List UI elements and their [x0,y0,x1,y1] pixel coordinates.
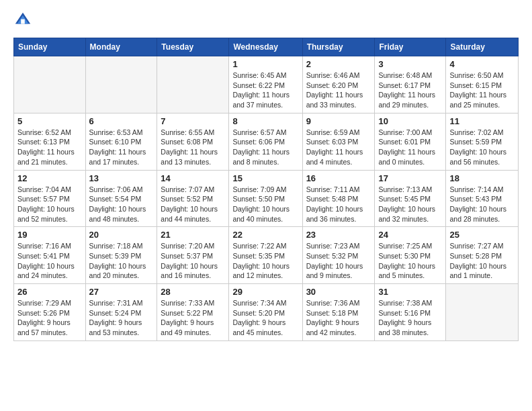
calendar-cell: 13Sunrise: 7:06 AM Sunset: 5:54 PM Dayli… [85,170,157,227]
day-number: 21 [161,230,225,240]
day-info: Sunrise: 7:23 AM Sunset: 5:32 PM Dayligh… [306,241,371,281]
day-info: Sunrise: 6:45 AM Sunset: 6:22 PM Dayligh… [232,71,298,110]
calendar-week-row: 26Sunrise: 7:29 AM Sunset: 5:26 PM Dayli… [14,284,519,341]
calendar-cell: 7Sunrise: 6:55 AM Sunset: 6:08 PM Daylig… [157,113,229,170]
day-number: 20 [89,230,154,240]
calendar-week-row: 5Sunrise: 6:52 AM Sunset: 6:13 PM Daylig… [14,113,519,170]
day-info: Sunrise: 7:11 AM Sunset: 5:48 PM Dayligh… [306,185,371,224]
day-number: 10 [378,116,442,126]
weekday-header-tuesday: Tuesday [157,38,229,56]
day-number: 8 [232,116,298,126]
day-number: 6 [89,116,154,126]
page: SundayMondayTuesdayWednesdayThursdayFrid… [0,0,532,352]
day-info: Sunrise: 7:29 AM Sunset: 5:26 PM Dayligh… [17,298,82,338]
calendar-cell: 18Sunrise: 7:14 AM Sunset: 5:43 PM Dayli… [446,170,519,227]
weekday-header-monday: Monday [85,38,157,56]
day-info: Sunrise: 7:38 AM Sunset: 5:16 PM Dayligh… [378,298,442,338]
day-info: Sunrise: 7:14 AM Sunset: 5:43 PM Dayligh… [449,185,515,224]
day-info: Sunrise: 7:13 AM Sunset: 5:45 PM Dayligh… [378,185,442,224]
day-info: Sunrise: 7:22 AM Sunset: 5:35 PM Dayligh… [232,241,298,281]
day-number: 24 [378,230,442,240]
calendar-cell: 30Sunrise: 7:36 AM Sunset: 5:18 PM Dayli… [302,284,375,341]
calendar-cell: 1Sunrise: 6:45 AM Sunset: 6:22 PM Daylig… [229,56,302,113]
calendar-cell [157,56,229,113]
day-number: 13 [89,173,154,183]
calendar-cell: 29Sunrise: 7:34 AM Sunset: 5:20 PM Dayli… [229,284,302,341]
day-info: Sunrise: 7:07 AM Sunset: 5:52 PM Dayligh… [161,185,225,224]
day-number: 23 [306,230,371,240]
calendar-cell: 17Sunrise: 7:13 AM Sunset: 5:45 PM Dayli… [375,170,446,227]
day-number: 3 [378,59,442,69]
calendar-cell: 23Sunrise: 7:23 AM Sunset: 5:32 PM Dayli… [302,227,375,284]
day-info: Sunrise: 7:25 AM Sunset: 5:30 PM Dayligh… [378,241,442,281]
day-info: Sunrise: 6:50 AM Sunset: 6:15 PM Dayligh… [449,71,515,110]
day-info: Sunrise: 6:55 AM Sunset: 6:08 PM Dayligh… [161,128,225,167]
day-info: Sunrise: 7:20 AM Sunset: 5:37 PM Dayligh… [161,241,225,281]
calendar-cell: 12Sunrise: 7:04 AM Sunset: 5:57 PM Dayli… [14,170,86,227]
day-info: Sunrise: 7:09 AM Sunset: 5:50 PM Dayligh… [232,185,298,224]
weekday-header-friday: Friday [375,38,446,56]
day-number: 27 [89,287,154,297]
calendar-table: SundayMondayTuesdayWednesdayThursdayFrid… [13,38,519,341]
calendar-cell: 2Sunrise: 6:46 AM Sunset: 6:20 PM Daylig… [302,56,375,113]
calendar-cell [14,56,86,113]
calendar-cell: 28Sunrise: 7:33 AM Sunset: 5:22 PM Dayli… [157,284,229,341]
calendar-cell: 20Sunrise: 7:18 AM Sunset: 5:39 PM Dayli… [85,227,157,284]
calendar-cell: 31Sunrise: 7:38 AM Sunset: 5:16 PM Dayli… [375,284,446,341]
calendar-cell [85,56,157,113]
day-info: Sunrise: 7:31 AM Sunset: 5:24 PM Dayligh… [89,298,154,338]
weekday-header-thursday: Thursday [302,38,375,56]
calendar-cell: 19Sunrise: 7:16 AM Sunset: 5:41 PM Dayli… [14,227,86,284]
calendar-cell: 6Sunrise: 6:53 AM Sunset: 6:10 PM Daylig… [85,113,157,170]
day-number: 2 [306,59,371,69]
day-number: 5 [17,116,82,126]
calendar-cell: 26Sunrise: 7:29 AM Sunset: 5:26 PM Dayli… [14,284,86,341]
day-number: 31 [378,287,442,297]
calendar-cell: 4Sunrise: 6:50 AM Sunset: 6:15 PM Daylig… [446,56,519,113]
day-info: Sunrise: 7:18 AM Sunset: 5:39 PM Dayligh… [89,241,154,281]
day-number: 30 [306,287,371,297]
day-number: 15 [232,173,298,183]
svg-rect-2 [21,19,25,24]
weekday-header-wednesday: Wednesday [229,38,302,56]
calendar-cell: 27Sunrise: 7:31 AM Sunset: 5:24 PM Dayli… [85,284,157,341]
logo-icon [13,11,32,30]
day-info: Sunrise: 7:34 AM Sunset: 5:20 PM Dayligh… [232,298,298,338]
day-info: Sunrise: 7:16 AM Sunset: 5:41 PM Dayligh… [17,241,82,281]
day-number: 25 [449,230,515,240]
calendar-cell: 21Sunrise: 7:20 AM Sunset: 5:37 PM Dayli… [157,227,229,284]
day-number: 29 [232,287,298,297]
day-info: Sunrise: 7:27 AM Sunset: 5:28 PM Dayligh… [449,241,515,281]
day-info: Sunrise: 7:02 AM Sunset: 5:59 PM Dayligh… [449,128,515,167]
day-info: Sunrise: 7:33 AM Sunset: 5:22 PM Dayligh… [161,298,225,338]
calendar-cell: 3Sunrise: 6:48 AM Sunset: 6:17 PM Daylig… [375,56,446,113]
day-number: 17 [378,173,442,183]
weekday-header-sunday: Sunday [14,38,86,56]
day-number: 1 [232,59,298,69]
day-number: 19 [17,230,82,240]
day-number: 22 [232,230,298,240]
calendar-cell: 15Sunrise: 7:09 AM Sunset: 5:50 PM Dayli… [229,170,302,227]
day-number: 11 [449,116,515,126]
day-number: 16 [306,173,371,183]
day-info: Sunrise: 7:36 AM Sunset: 5:18 PM Dayligh… [306,298,371,338]
day-number: 7 [161,116,225,126]
day-info: Sunrise: 6:53 AM Sunset: 6:10 PM Dayligh… [89,128,154,167]
day-info: Sunrise: 6:46 AM Sunset: 6:20 PM Dayligh… [306,71,371,110]
day-info: Sunrise: 7:04 AM Sunset: 5:57 PM Dayligh… [17,185,82,224]
day-number: 18 [449,173,515,183]
day-info: Sunrise: 6:59 AM Sunset: 6:03 PM Dayligh… [306,128,371,167]
calendar-cell: 14Sunrise: 7:07 AM Sunset: 5:52 PM Dayli… [157,170,229,227]
weekday-header-row: SundayMondayTuesdayWednesdayThursdayFrid… [14,38,519,56]
logo [13,11,35,30]
calendar-cell: 24Sunrise: 7:25 AM Sunset: 5:30 PM Dayli… [375,227,446,284]
calendar-week-row: 1Sunrise: 6:45 AM Sunset: 6:22 PM Daylig… [14,56,519,113]
day-number: 4 [449,59,515,69]
calendar-cell: 16Sunrise: 7:11 AM Sunset: 5:48 PM Dayli… [302,170,375,227]
calendar-cell: 11Sunrise: 7:02 AM Sunset: 5:59 PM Dayli… [446,113,519,170]
day-number: 26 [17,287,82,297]
calendar-cell: 10Sunrise: 7:00 AM Sunset: 6:01 PM Dayli… [375,113,446,170]
day-info: Sunrise: 6:57 AM Sunset: 6:06 PM Dayligh… [232,128,298,167]
header [13,11,519,30]
calendar-cell: 22Sunrise: 7:22 AM Sunset: 5:35 PM Dayli… [229,227,302,284]
